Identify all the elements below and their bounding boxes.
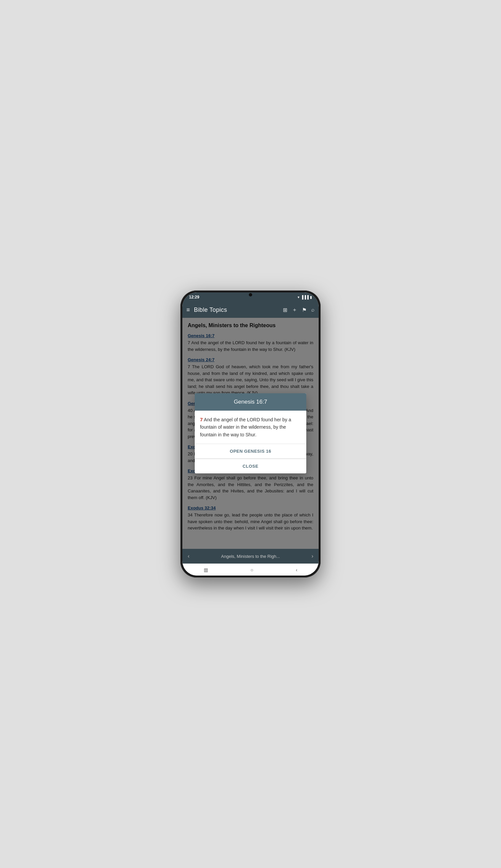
phone-frame: 12:29 ▾ ▐▐▐ ▮ ≡ Bible Topics ⊞ ＋ ⚑ ⌕ Ang…: [180, 291, 321, 577]
app-bar-icons: ⊞ ＋ ⚑ ⌕: [283, 306, 315, 314]
modal-header: Genesis 16:7: [195, 393, 307, 411]
grid-icon[interactable]: ⊞: [283, 307, 287, 313]
camera-dot: [249, 293, 252, 296]
modal-verse-number: 7: [200, 417, 203, 422]
app-bar: ≡ Bible Topics ⊞ ＋ ⚑ ⌕: [182, 302, 319, 318]
wifi-icon: ▾: [298, 295, 300, 300]
android-home-button[interactable]: ○: [250, 567, 253, 573]
content-area: Angels, Ministers to the Righteous Genes…: [182, 318, 319, 549]
android-back-button[interactable]: ‹: [296, 567, 298, 573]
modal-verse-text: And the angel of the LORD found her by a…: [200, 417, 291, 437]
modal-dialog: Genesis 16:7 7 And the angel of the LORD…: [195, 393, 307, 474]
modal-title: Genesis 16:7: [234, 399, 267, 405]
modal-overlay[interactable]: Genesis 16:7 7 And the angel of the LORD…: [182, 318, 319, 549]
bottom-nav-title: Angels, Ministers to the Righ...: [192, 554, 309, 559]
search-icon[interactable]: ⌕: [311, 307, 315, 313]
add-icon[interactable]: ＋: [292, 306, 297, 314]
bookmark-icon[interactable]: ⚑: [302, 307, 307, 313]
phone-screen: 12:29 ▾ ▐▐▐ ▮ ≡ Bible Topics ⊞ ＋ ⚑ ⌕ Ang…: [182, 292, 319, 576]
modal-body: 7 And the angel of the LORD found her by…: [195, 411, 307, 444]
android-nav: ▥ ○ ‹: [182, 564, 319, 576]
android-recent-button[interactable]: ▥: [204, 567, 208, 573]
open-genesis-button[interactable]: OPEN GENESIS 16: [195, 444, 307, 459]
signal-icon: ▐▐▐: [301, 295, 309, 299]
bottom-nav: ‹ Angels, Ministers to the Righ... ›: [182, 549, 319, 564]
menu-icon[interactable]: ≡: [186, 306, 190, 314]
app-bar-title: Bible Topics: [194, 306, 279, 314]
status-icons: ▾ ▐▐▐ ▮: [298, 295, 312, 300]
close-button[interactable]: CLOSE: [195, 459, 307, 474]
battery-icon: ▮: [310, 295, 312, 300]
prev-topic-button[interactable]: ‹: [188, 553, 189, 559]
next-topic-button[interactable]: ›: [312, 553, 313, 559]
status-time: 12:29: [189, 295, 199, 300]
